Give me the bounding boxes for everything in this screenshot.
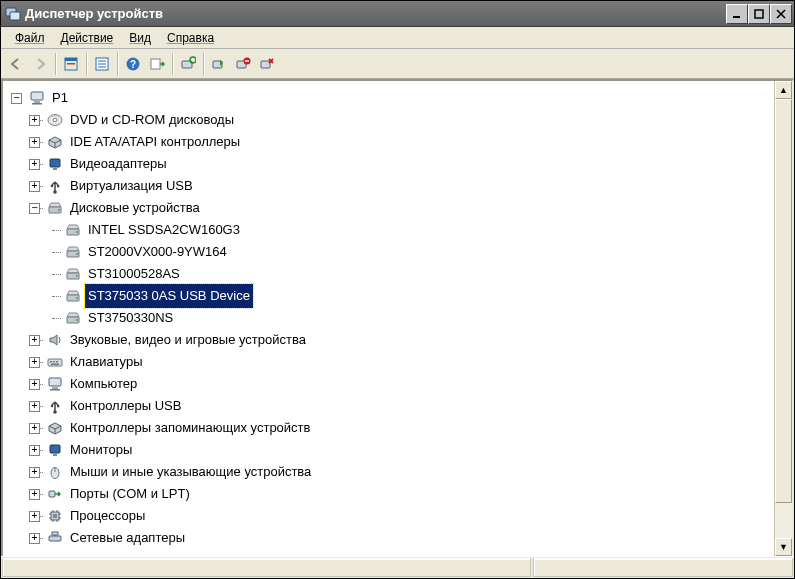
tree-device[interactable]: ST375033 0AS USB Device	[7, 285, 774, 307]
expand-icon[interactable]: +	[29, 335, 40, 346]
scroll-thumb[interactable]	[775, 99, 792, 503]
window-title: Диспетчер устройств	[25, 6, 726, 21]
tree-category[interactable]: +IDE ATA/ATAPI контроллеры	[7, 131, 774, 153]
expand-icon[interactable]: +	[29, 379, 40, 390]
category-label[interactable]: DVD и CD-ROM дисководы	[67, 108, 237, 132]
tree-category[interactable]: −Дисковые устройства	[7, 197, 774, 219]
maximize-button[interactable]	[748, 4, 770, 24]
device-label[interactable]: ST3750330NS	[85, 306, 176, 330]
minimize-button[interactable]	[726, 4, 748, 24]
menu-view[interactable]: Вид	[121, 29, 159, 47]
scroll-up-button[interactable]: ▲	[775, 81, 792, 99]
enable-device-button[interactable]	[208, 53, 230, 75]
category-icon	[45, 352, 65, 372]
collapse-icon[interactable]: −	[29, 203, 40, 214]
tree-device[interactable]: ST2000VX000-9YW164	[7, 241, 774, 263]
help-button[interactable]: ?	[122, 53, 144, 75]
device-label[interactable]: INTEL SSDSA2CW160G3	[85, 218, 243, 242]
svg-point-27	[53, 118, 57, 122]
tree-category[interactable]: +Звуковые, видео и игровые устройства	[7, 329, 774, 351]
show-hidden-button[interactable]	[60, 53, 82, 75]
back-button[interactable]	[5, 53, 27, 75]
tree-category[interactable]: +Процессоры	[7, 505, 774, 527]
tree-category[interactable]: +Виртуализация USB	[7, 175, 774, 197]
disable-device-button[interactable]	[232, 53, 254, 75]
menu-file[interactable]: Файл	[7, 29, 53, 47]
menu-action[interactable]: Действие	[53, 29, 122, 47]
category-label[interactable]: Видеоадаптеры	[67, 152, 170, 176]
tree-category[interactable]: +Видеоадаптеры	[7, 153, 774, 175]
close-button[interactable]	[770, 4, 792, 24]
category-label[interactable]: Мониторы	[67, 438, 135, 462]
forward-button[interactable]	[29, 53, 51, 75]
category-icon	[45, 528, 65, 548]
tree-device[interactable]: ST31000528AS	[7, 263, 774, 285]
svg-rect-52	[50, 389, 60, 391]
expand-icon[interactable]: +	[29, 423, 40, 434]
svg-rect-46	[50, 361, 52, 363]
svg-rect-15	[151, 59, 160, 69]
tree-category[interactable]: +Компьютер	[7, 373, 774, 395]
device-tree[interactable]: −P1+DVD и CD-ROM дисководы+IDE ATA/ATAPI…	[3, 81, 774, 556]
expand-icon[interactable]: +	[29, 533, 40, 544]
tree-category[interactable]: +DVD и CD-ROM дисководы	[7, 109, 774, 131]
tree-category[interactable]: +Порты (COM и LPT)	[7, 483, 774, 505]
tree-category[interactable]: +Контроллеры запоминающих устройств	[7, 417, 774, 439]
svg-rect-72	[52, 532, 58, 535]
expand-icon[interactable]: +	[29, 511, 40, 522]
category-label[interactable]: Звуковые, видео и игровые устройства	[67, 328, 309, 352]
expand-icon[interactable]: +	[29, 159, 40, 170]
svg-point-53	[53, 410, 57, 414]
category-label[interactable]: Контроллеры USB	[67, 394, 184, 418]
vertical-scrollbar[interactable]: ▲ ▼	[774, 81, 792, 556]
device-label[interactable]: ST375033 0AS USB Device	[85, 284, 253, 308]
tree-root[interactable]: −P1	[7, 87, 774, 109]
category-label[interactable]: Клавиатуры	[67, 350, 146, 374]
expand-icon[interactable]: +	[29, 357, 40, 368]
scan-hardware-button[interactable]	[177, 53, 199, 75]
svg-rect-25	[32, 103, 42, 105]
category-label[interactable]: Компьютер	[67, 372, 140, 396]
root-label[interactable]: P1	[49, 86, 71, 110]
category-label[interactable]: IDE ATA/ATAPI контроллеры	[67, 130, 243, 154]
scroll-track[interactable]	[775, 99, 792, 538]
properties-button[interactable]	[91, 53, 113, 75]
category-label[interactable]: Сетевые адаптеры	[67, 526, 188, 550]
expand-icon[interactable]: +	[29, 137, 40, 148]
category-icon	[45, 506, 65, 526]
computer-icon	[27, 88, 47, 108]
tree-category[interactable]: +Сетевые адаптеры	[7, 527, 774, 549]
category-label[interactable]: Дисковые устройства	[67, 196, 203, 220]
expand-icon[interactable]: +	[29, 445, 40, 456]
menu-help[interactable]: Справка	[159, 29, 222, 47]
expand-icon[interactable]: +	[29, 181, 40, 192]
tree-category[interactable]: +Клавиатуры	[7, 351, 774, 373]
category-label[interactable]: Порты (COM и LPT)	[67, 482, 193, 506]
expand-icon[interactable]: +	[29, 489, 40, 500]
category-label[interactable]: Процессоры	[67, 504, 148, 528]
collapse-icon[interactable]: −	[11, 93, 22, 104]
category-label[interactable]: Виртуализация USB	[67, 174, 196, 198]
tree-category[interactable]: +Мониторы	[7, 439, 774, 461]
expand-icon[interactable]: +	[29, 401, 40, 412]
tree-device[interactable]: INTEL SSDSA2CW160G3	[7, 219, 774, 241]
device-label[interactable]: ST2000VX000-9YW164	[85, 240, 230, 264]
uninstall-device-button[interactable]	[256, 53, 278, 75]
tree-category[interactable]: +Мыши и иные указывающие устройства	[7, 461, 774, 483]
category-icon	[45, 154, 65, 174]
category-label[interactable]: Контроллеры запоминающих устройств	[67, 416, 313, 440]
expand-icon[interactable]: +	[29, 467, 40, 478]
tree-device[interactable]: ST3750330NS	[7, 307, 774, 329]
action-button[interactable]	[146, 53, 168, 75]
svg-rect-22	[261, 61, 270, 68]
drive-icon	[63, 220, 83, 240]
category-icon	[45, 418, 65, 438]
scroll-down-button[interactable]: ▼	[775, 538, 792, 556]
drive-icon	[63, 308, 83, 328]
expand-icon[interactable]: +	[29, 115, 40, 126]
svg-point-17	[190, 57, 196, 63]
device-label[interactable]: ST31000528AS	[85, 262, 183, 286]
svg-point-30	[53, 190, 57, 194]
category-label[interactable]: Мыши и иные указывающие устройства	[67, 460, 314, 484]
tree-category[interactable]: +Контроллеры USB	[7, 395, 774, 417]
